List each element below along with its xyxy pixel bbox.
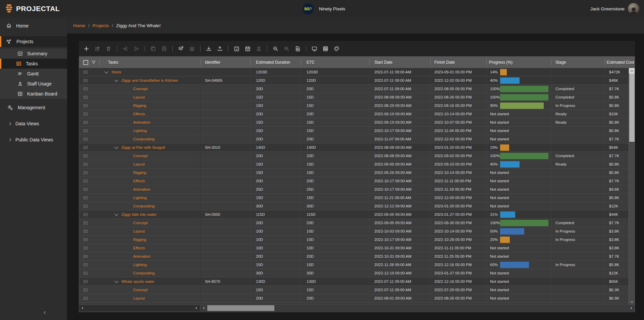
- sidebar-item-summary[interactable]: Summary: [0, 49, 67, 59]
- task-name[interactable]: Concept: [133, 288, 148, 292]
- scroll-right-icon[interactable]: ›: [194, 306, 198, 310]
- horizontal-scrollbar-thumb[interactable]: [207, 305, 274, 311]
- row-drag-handle[interactable]: [79, 246, 95, 250]
- task-name[interactable]: Ziggy and Grandfather in Kitchen: [121, 78, 178, 82]
- task-row[interactable]: Rigging15D15D2022-09-26 09:00 AM2022-10-…: [79, 169, 629, 177]
- column-settings-button[interactable]: [320, 44, 331, 54]
- display-options-button[interactable]: [309, 44, 320, 54]
- app-logo[interactable]: PROJECTAL: [5, 0, 60, 17]
- export-tasks-button[interactable]: [214, 44, 225, 54]
- row-drag-handle[interactable]: [79, 70, 95, 74]
- task-row[interactable]: Concept20D20D2022-09-05 09:00 AM2022-09-…: [79, 219, 629, 227]
- row-drag-handle[interactable]: [79, 112, 95, 116]
- task-name[interactable]: Animation: [133, 254, 150, 258]
- scroll-left-icon[interactable]: ‹: [80, 306, 85, 310]
- search-tasks-button[interactable]: [292, 44, 303, 54]
- task-name[interactable]: Layout: [133, 296, 145, 300]
- column-header-stage[interactable]: Stage: [551, 57, 605, 68]
- select-all-checkbox[interactable]: [83, 60, 88, 65]
- project-calendar-button[interactable]: [242, 44, 253, 54]
- zoom-in-button[interactable]: [281, 44, 292, 54]
- task-row[interactable]: Concept20D20D2022-08-08 09:00 AM2022-09-…: [79, 152, 629, 160]
- task-row[interactable]: Layout20D20D2022-08-01 09:00 AM2022-08-2…: [79, 294, 629, 303]
- row-drag-handle[interactable]: [79, 280, 95, 283]
- task-row[interactable]: Rigging10D10D2022-10-17 09:00 AM2022-10-…: [79, 236, 629, 244]
- sidebar-item-gantt[interactable]: Gantt: [0, 69, 67, 79]
- task-name[interactable]: Ziggy falls into water: [121, 212, 157, 216]
- scroll-down-button[interactable]: [629, 299, 635, 305]
- task-row[interactable]: Layout15D15D2022-08-08 09:00 AM2022-08-2…: [79, 93, 629, 102]
- filter-funnel-icon[interactable]: [91, 60, 96, 65]
- task-row[interactable]: Concept20D20D2022-07-11 09:00 AM2022-08-…: [79, 85, 629, 93]
- column-header-progress[interactable]: Progress (%): [486, 57, 551, 68]
- row-drag-handle[interactable]: [79, 104, 95, 107]
- breadcrumb-projects[interactable]: Projects: [93, 23, 109, 28]
- vertical-scrollbar[interactable]: [629, 68, 635, 305]
- breadcrumb-home[interactable]: Home: [73, 23, 85, 28]
- chevron-down-icon[interactable]: [114, 78, 118, 82]
- scroll-left-icon[interactable]: ‹: [202, 306, 206, 310]
- chevron-down-icon[interactable]: [114, 279, 118, 283]
- task-row[interactable]: Effects20D20D2022-10-17 09:00 AM2022-11-…: [79, 177, 629, 185]
- left-pane-hscrollbar[interactable]: ‹ ›: [79, 305, 201, 311]
- task-name[interactable]: Lighting: [133, 263, 147, 267]
- task-name[interactable]: Effects: [133, 246, 145, 250]
- task-name[interactable]: Ziggy at Pier with Seagull: [121, 145, 165, 149]
- auto-schedule-button[interactable]: [231, 44, 242, 54]
- indent-task-button[interactable]: [131, 44, 142, 54]
- row-drag-handle[interactable]: [79, 204, 95, 208]
- task-name[interactable]: Rigging: [133, 171, 146, 175]
- paste-task-button[interactable]: [159, 44, 170, 54]
- row-drag-handle[interactable]: [79, 213, 95, 216]
- save-template-button[interactable]: [186, 44, 198, 54]
- task-name[interactable]: Concept: [133, 154, 148, 158]
- apply-template-button[interactable]: [175, 44, 186, 54]
- task-row[interactable]: Lighting15D15D2022-11-21 09:00 AM2022-12…: [79, 194, 629, 202]
- color-settings-button[interactable]: [331, 44, 342, 54]
- task-name[interactable]: Rigging: [133, 238, 146, 242]
- row-drag-handle[interactable]: [79, 230, 95, 233]
- column-header-finish-date[interactable]: Finish Date: [430, 57, 486, 68]
- task-name[interactable]: Compositing: [133, 137, 155, 141]
- row-drag-handle[interactable]: [79, 129, 95, 132]
- task-row[interactable]: Whale spurts waterSH-8570130D130D2022-07…: [79, 277, 629, 286]
- scroll-up-button[interactable]: [629, 68, 635, 74]
- sidebar-item-management[interactable]: Management: [0, 102, 67, 113]
- chevron-down-icon[interactable]: [104, 70, 108, 73]
- sidebar-item-kanban-board[interactable]: Kanban Board: [0, 89, 67, 99]
- task-name[interactable]: Effects: [133, 112, 145, 116]
- column-header-etc[interactable]: ETC: [301, 57, 369, 68]
- chevron-down-icon[interactable]: [114, 212, 118, 216]
- task-row[interactable]: Shots1203D1203D2022-07-11 09:00 AM2023-0…: [79, 68, 629, 76]
- row-drag-handle[interactable]: [79, 87, 95, 90]
- row-drag-handle[interactable]: [79, 146, 95, 149]
- task-name[interactable]: Whale spurts water: [121, 279, 154, 283]
- row-drag-handle[interactable]: [79, 137, 95, 141]
- row-drag-handle[interactable]: [79, 79, 95, 82]
- task-name[interactable]: Layout: [133, 162, 145, 166]
- task-row[interactable]: Compositing20D20D2022-11-07 09:00 AM2022…: [79, 135, 629, 143]
- task-row[interactable]: Rigging15D15D2022-08-29 09:00 AM2022-09-…: [79, 102, 629, 110]
- row-drag-handle[interactable]: [79, 188, 95, 191]
- edit-task-button[interactable]: [92, 44, 103, 54]
- row-drag-handle[interactable]: [79, 288, 95, 292]
- task-name[interactable]: Shots: [111, 70, 121, 74]
- task-row[interactable]: Effects10D10D2022-10-31 09:00 AM2022-11-…: [79, 244, 629, 252]
- user-avatar[interactable]: [628, 3, 639, 14]
- outdent-task-button[interactable]: [120, 44, 131, 54]
- row-drag-handle[interactable]: [79, 271, 95, 275]
- sidebar-item-home[interactable]: Home: [0, 18, 67, 34]
- delete-task-button[interactable]: [103, 44, 114, 54]
- task-row[interactable]: Animation25D25D2022-10-17 09:00 AM2022-1…: [79, 185, 629, 194]
- assign-staff-button[interactable]: [253, 44, 264, 54]
- task-row[interactable]: Compositing30D30D2022-12-19 09:00 AM2023…: [79, 269, 629, 277]
- row-drag-handle[interactable]: [79, 95, 95, 99]
- row-drag-handle[interactable]: [79, 179, 95, 183]
- task-row[interactable]: Lighting15D15D2022-10-17 09:00 AM2022-11…: [79, 127, 629, 135]
- task-row[interactable]: Layout10D10D2022-10-03 09:00 AM2022-10-1…: [79, 227, 629, 236]
- task-name[interactable]: Lighting: [133, 196, 147, 200]
- scroll-right-icon[interactable]: ›: [629, 306, 633, 310]
- row-drag-handle[interactable]: [79, 196, 95, 199]
- task-row[interactable]: Ziggy at Pier with SeagullSH-3010140D140…: [79, 143, 629, 152]
- sidebar-collapse-icon[interactable]: ‹: [44, 308, 46, 316]
